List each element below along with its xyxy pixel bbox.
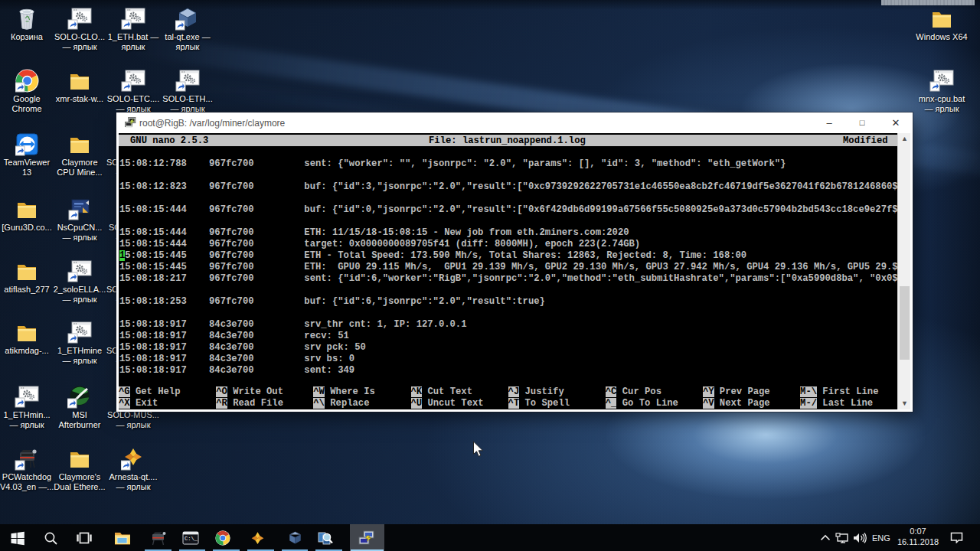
svg-text:C:\_: C:\_ xyxy=(185,536,198,542)
